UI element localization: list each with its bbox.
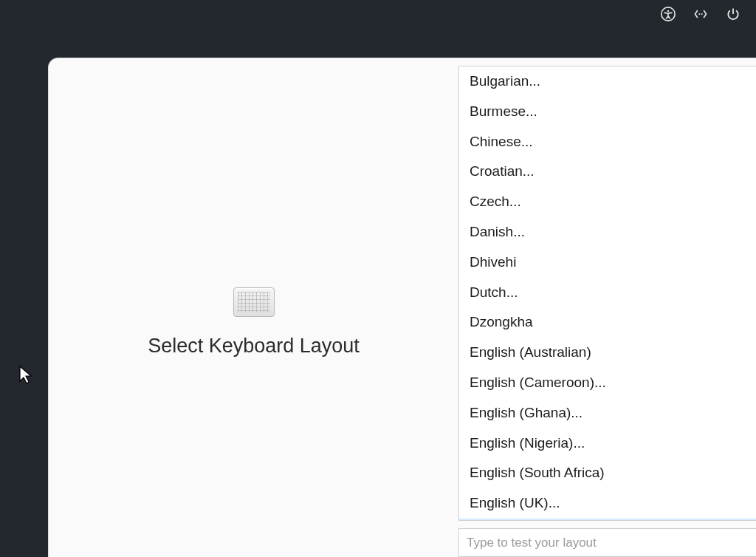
- layout-list[interactable]: Bulgarian...Burmese...Chinese...Croatian…: [459, 66, 756, 520]
- layout-item[interactable]: Burmese...: [459, 97, 756, 127]
- accessibility-icon[interactable]: [660, 6, 676, 22]
- installer-window: Select Keyboard Layout Bulgarian...Burme…: [48, 58, 756, 557]
- layout-item[interactable]: English (Nigeria)...: [459, 428, 756, 459]
- top-bar: [660, 0, 756, 28]
- layout-item[interactable]: Croatian...: [459, 157, 756, 187]
- layout-item[interactable]: English (Cameroon)...: [459, 368, 756, 398]
- layout-list-container: Bulgarian...Burmese...Chinese...Croatian…: [458, 66, 756, 521]
- layout-item[interactable]: English (Ghana)...: [459, 398, 756, 428]
- network-brackets-icon[interactable]: [693, 6, 709, 22]
- layout-item[interactable]: English (Australian): [459, 338, 756, 368]
- layout-item[interactable]: Bulgarian...: [459, 66, 756, 97]
- power-icon[interactable]: [725, 6, 741, 22]
- layout-item[interactable]: Dzongkha: [459, 307, 756, 338]
- layout-item[interactable]: Czech...: [459, 187, 756, 217]
- layout-item[interactable]: English (US)...: [459, 519, 756, 520]
- svg-point-2: [698, 13, 700, 15]
- page-title: Select Keyboard Layout: [148, 335, 360, 358]
- layout-item[interactable]: English (UK)...: [459, 488, 756, 519]
- right-pane: Bulgarian...Burmese...Chinese...Croatian…: [458, 58, 756, 557]
- layout-item[interactable]: Chinese...: [459, 127, 756, 157]
- svg-point-1: [667, 10, 669, 12]
- test-layout-input[interactable]: [467, 536, 749, 550]
- mouse-cursor: [18, 365, 33, 386]
- layout-item[interactable]: English (South Africa): [459, 458, 756, 488]
- svg-point-3: [701, 13, 703, 15]
- layout-item[interactable]: Dhivehi: [459, 247, 756, 278]
- test-input-container: [458, 528, 756, 557]
- layout-item[interactable]: Dutch...: [459, 278, 756, 308]
- layout-item[interactable]: Danish...: [459, 217, 756, 247]
- keyboard-icon: [233, 287, 275, 317]
- left-pane: Select Keyboard Layout: [49, 58, 458, 557]
